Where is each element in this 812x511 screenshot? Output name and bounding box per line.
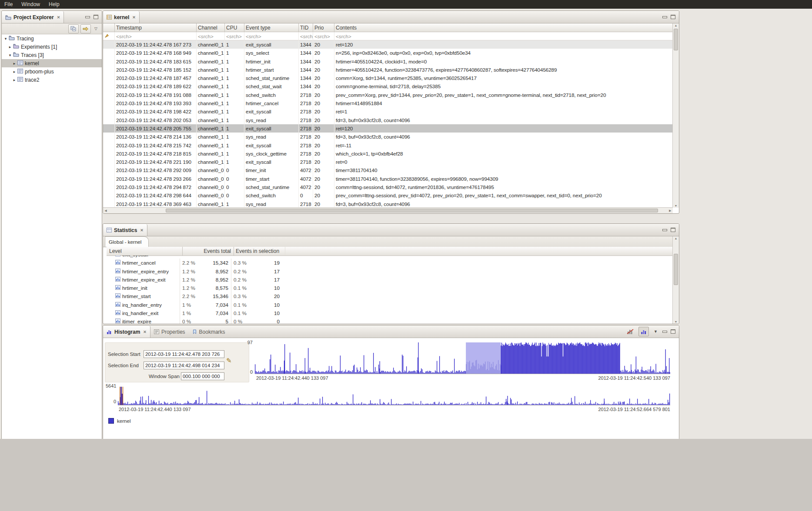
tree-expander-icon[interactable]: ▸ xyxy=(12,70,17,74)
close-icon[interactable]: ✕ xyxy=(143,330,147,334)
tree-expander-icon[interactable]: ▸ xyxy=(12,78,17,82)
statistics-row[interactable]: hrtimer_cancel2.2 %15,3420.3 %19 xyxy=(107,259,673,267)
tree-item-tracing[interactable]: ▾Tracing xyxy=(2,34,102,43)
edit-pencil-icon[interactable]: ✎ xyxy=(226,357,232,365)
event-row[interactable]: 2012-03-19 11:24:42.478 293 266channel0_… xyxy=(103,175,673,183)
selection-start-input[interactable] xyxy=(144,350,224,358)
event-row[interactable]: 2012-03-19 11:24:42.478 214 136channel0_… xyxy=(103,133,673,141)
close-icon[interactable]: ✕ xyxy=(132,15,136,20)
tree-item-kernel[interactable]: ▸kernel xyxy=(2,59,102,67)
column-header-level[interactable]: Level xyxy=(107,247,182,256)
event-row[interactable]: 2012-03-19 11:24:42.478 221 190channel0_… xyxy=(103,158,673,166)
scroll-down-icon[interactable]: ▼ xyxy=(673,320,679,323)
tab-kernel-events[interactable]: kernel ✕ xyxy=(103,11,140,23)
maximize-icon[interactable] xyxy=(94,15,98,19)
events-vertical-scrollbar[interactable]: ▲ ▼ xyxy=(672,23,679,208)
zoom-histogram-chart[interactable] xyxy=(255,342,670,374)
column-header-channel[interactable]: Channel xyxy=(197,23,225,32)
column-header-contents[interactable]: Contents xyxy=(334,23,673,32)
event-row[interactable]: 2012-03-19 11:24:42.478 193 393channel0_… xyxy=(103,99,673,107)
events-horizontal-scrollbar[interactable]: ◀ ▶ xyxy=(103,207,673,213)
tab-statistics[interactable]: Statistics ✕ xyxy=(103,224,147,236)
tab-histogram[interactable]: Histogram ✕ xyxy=(103,326,150,338)
menu-help[interactable]: Help xyxy=(44,0,64,9)
event-row[interactable]: 2012-03-19 11:24:42.478 202 053channel0_… xyxy=(103,116,673,124)
column-header-prio[interactable]: Prio xyxy=(313,23,334,32)
close-icon[interactable]: ✕ xyxy=(140,228,144,232)
event-row[interactable]: 2012-03-19 11:24:42.478 189 622channel0_… xyxy=(103,82,673,90)
filter-cell-contents[interactable]: <srch> xyxy=(334,32,673,40)
tree-item-traces-3-[interactable]: ▾Traces [3] xyxy=(2,51,102,59)
show-traces-icon[interactable] xyxy=(638,327,649,336)
column-header-events-in-selection[interactable]: Events in selection xyxy=(234,247,285,256)
maximize-icon[interactable] xyxy=(671,15,675,19)
tab-project-explorer[interactable]: Project Explorer ✕ xyxy=(2,11,64,23)
minimize-icon[interactable] xyxy=(85,16,90,18)
maximize-icon[interactable] xyxy=(671,228,675,232)
tree-expander-icon[interactable]: ▾ xyxy=(8,53,12,57)
event-row[interactable]: 2012-03-19 11:24:42.478 183 615channel0_… xyxy=(103,57,673,66)
filter-cell-tid[interactable]: <srch> xyxy=(299,32,313,40)
tree-item-prboom-plus[interactable]: ▸prboom-plus xyxy=(2,67,102,76)
menu-file[interactable]: File xyxy=(0,0,17,9)
minimize-icon[interactable] xyxy=(662,16,667,18)
scrollbar-thumb[interactable] xyxy=(674,254,678,285)
statistics-row[interactable]: irq_handler_entry1 %7,0340.1 %10 xyxy=(107,301,673,309)
scroll-left-icon[interactable]: ◀ xyxy=(104,209,107,212)
minimize-icon[interactable] xyxy=(662,229,667,231)
scrollbar-thumb[interactable] xyxy=(166,209,658,212)
tab-global-kernel[interactable]: Global - kernel xyxy=(105,236,149,247)
tab-bookmarks[interactable]: Bookmarks xyxy=(189,326,229,338)
scroll-down-icon[interactable]: ▼ xyxy=(673,204,679,207)
tree-expander-icon[interactable]: ▾ xyxy=(3,36,8,41)
menu-window[interactable]: Window xyxy=(17,0,44,9)
selection-end-input[interactable] xyxy=(144,362,224,369)
scroll-up-icon[interactable]: ▲ xyxy=(673,237,679,240)
scrollbar-thumb[interactable] xyxy=(674,29,678,50)
tab-properties[interactable]: Properties xyxy=(150,326,189,338)
event-row[interactable]: 2012-03-19 11:24:42.478 298 644channel0_… xyxy=(103,191,673,199)
window-span-input[interactable] xyxy=(181,372,224,380)
minimize-icon[interactable] xyxy=(662,331,667,333)
filter-cell-cpu[interactable]: <srch> xyxy=(225,32,244,40)
column-header-event-type[interactable]: Event type xyxy=(244,23,299,32)
event-row[interactable]: 2012-03-19 11:24:42.478 191 088channel0_… xyxy=(103,91,673,99)
filter-gutter-pin-icon[interactable] xyxy=(103,32,115,40)
column-header-tid[interactable]: TID xyxy=(299,23,313,32)
event-row[interactable]: 2012-03-19 11:24:42.478 292 009channel0_… xyxy=(103,166,673,174)
statistics-row[interactable]: itimer_expire0 %50 %0 xyxy=(107,317,673,324)
scroll-right-icon[interactable]: ▶ xyxy=(668,209,672,212)
maximize-icon[interactable] xyxy=(671,329,675,334)
filter-cell-channel[interactable]: <srch> xyxy=(197,32,225,40)
column-header-timestamp[interactable]: Timestamp xyxy=(115,23,197,32)
event-row[interactable]: 2012-03-19 11:24:42.478 185 152channel0_… xyxy=(103,66,673,74)
view-menu-icon[interactable]: ▼ xyxy=(652,329,659,334)
column-header-cpu[interactable]: CPU xyxy=(225,23,244,32)
statistics-row[interactable]: hrtimer_expire_exit1.2 %8,9520.2 %17 xyxy=(107,275,673,284)
event-row[interactable]: 2012-03-19 11:24:42.478 168 949channel0_… xyxy=(103,49,673,57)
full-histogram-chart[interactable] xyxy=(118,387,670,405)
filter-cell-prio[interactable]: <srch> xyxy=(313,32,334,40)
hide-lost-events-icon[interactable] xyxy=(625,327,635,336)
event-row[interactable]: 2012-03-19 11:24:42.478 215 742channel0_… xyxy=(103,141,673,149)
link-with-editor-icon[interactable] xyxy=(80,24,91,33)
statistics-row[interactable]: exit_syscall xyxy=(107,256,673,259)
statistics-row[interactable]: hrtimer_start2.2 %15,3460.3 %20 xyxy=(107,292,673,300)
event-row[interactable]: 2012-03-19 11:24:42.478 187 457channel0_… xyxy=(103,74,673,82)
statistics-vertical-scrollbar[interactable]: ▲ ▼ xyxy=(672,236,679,324)
tree-item-trace2[interactable]: ▸trace2 xyxy=(2,76,102,84)
statistics-row[interactable]: hrtimer_expire_entry1.2 %8,9520.2 %17 xyxy=(107,267,673,275)
column-header-events-total[interactable]: Events total xyxy=(182,247,234,256)
event-row[interactable]: 2012-03-19 11:24:42.478 167 273channel0_… xyxy=(103,40,673,49)
event-row[interactable]: 2012-03-19 11:24:42.478 218 815channel0_… xyxy=(103,149,673,158)
tree-item-experiments-1-[interactable]: ▸Experiments [1] xyxy=(2,43,102,51)
tree-expander-icon[interactable]: ▸ xyxy=(12,61,17,66)
event-row[interactable]: 2012-03-19 11:24:42.478 198 422channel0_… xyxy=(103,107,673,116)
collapse-all-icon[interactable] xyxy=(68,24,79,33)
statistics-row[interactable]: hrtimer_init1.2 %8,5750.1 %10 xyxy=(107,284,673,292)
filter-cell-event-type[interactable]: <srch> xyxy=(244,32,299,40)
view-menu-icon[interactable]: ▽ xyxy=(93,27,99,31)
filter-cell-timestamp[interactable]: <srch> xyxy=(115,32,197,40)
statistics-row[interactable]: irq_handler_exit1 %7,0340.1 %10 xyxy=(107,309,673,317)
close-icon[interactable]: ✕ xyxy=(57,15,60,20)
